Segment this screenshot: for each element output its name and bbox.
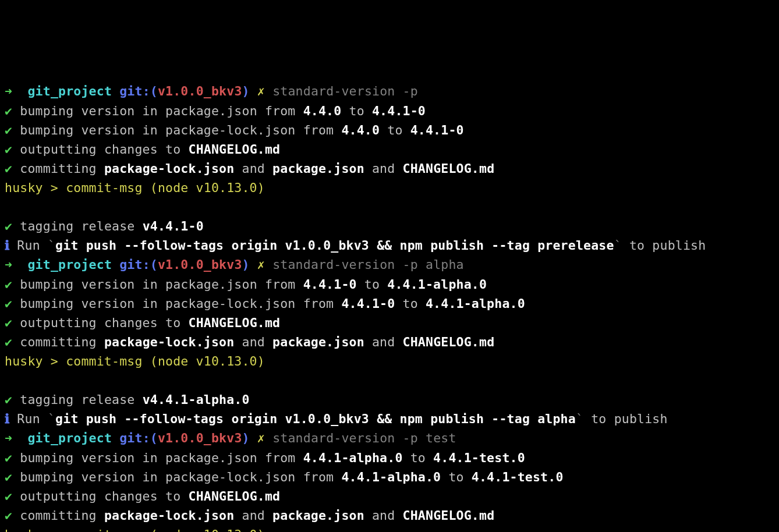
and-text: and (234, 161, 272, 176)
prompt-dir: git_project (27, 84, 112, 98)
to-publish-text: to publish (622, 238, 706, 253)
terminal-line: ✔ tagging release v4.4.1-alpha.0 (5, 390, 774, 409)
prompt-dirty-icon: ✗ (257, 431, 265, 445)
terminal-line: ➜ git_project git:(v1.0.0_bkv3) ✗ standa… (5, 428, 774, 448)
check-icon: ✔ (5, 277, 12, 292)
prompt-arrow-icon: ➜ (5, 84, 12, 98)
prompt-close-paren: ) (242, 431, 250, 445)
to-text: to (441, 470, 472, 484)
husky-hook: husky > commit-msg (node v10.13.0) (5, 354, 265, 368)
check-icon: ✔ (5, 451, 12, 465)
and-text: and (364, 335, 403, 349)
check-icon: ✔ (5, 219, 12, 233)
bump-lock-text: bumping version in package-lock.json fro… (20, 296, 341, 311)
to-text: to (341, 104, 372, 118)
prompt-git-label: git:( (119, 84, 158, 98)
terminal-line: ✔ committing package-lock.json and packa… (5, 332, 774, 352)
bump-pkg-text: bumping version in package.json from (20, 451, 303, 465)
check-icon: ✔ (5, 296, 12, 311)
prompt-branch: v1.0.0_bkv3 (158, 257, 242, 272)
check-icon: ✔ (5, 470, 12, 484)
terminal-line: ✔ outputting changes to CHANGELOG.md (5, 313, 774, 332)
prompt-arrow-icon: ➜ (5, 431, 12, 445)
file-pkg-lock: package-lock.json (104, 508, 234, 523)
command-input[interactable]: standard-version -p test (272, 431, 456, 445)
terminal-line: ✔ outputting changes to CHANGELOG.md (5, 487, 774, 506)
terminal-output[interactable]: ➜ git_project git:(v1.0.0_bkv3) ✗ standa… (5, 81, 774, 532)
terminal-line (5, 197, 774, 217)
husky-hook: husky > commit-msg (node v10.13.0) (5, 180, 265, 195)
terminal-line: husky > commit-msg (node v10.13.0) (5, 525, 774, 532)
terminal-line: ✔ bumping version in package-lock.json f… (5, 294, 774, 313)
prompt-git-label: git:( (119, 257, 158, 272)
output-text: outputting changes to (20, 315, 188, 330)
file-pkg-lock: package-lock.json (104, 335, 234, 349)
terminal-line: ✔ bumping version in package-lock.json f… (5, 467, 774, 487)
version-to: 4.4.1-test.0 (433, 451, 525, 465)
version-from: 4.4.1-alpha.0 (341, 470, 441, 484)
run-text: Run (17, 412, 48, 426)
to-text: to (380, 123, 410, 137)
terminal-line: ℹ Run `git push --follow-tags origin v1.… (5, 409, 774, 428)
changelog-file: CHANGELOG.md (188, 315, 280, 330)
prompt-dir: git_project (27, 431, 112, 445)
prompt-close-paren: ) (242, 257, 250, 272)
version-from: 4.4.0 (341, 123, 380, 137)
version-to: 4.4.1-0 (372, 104, 426, 118)
check-icon: ✔ (5, 315, 12, 330)
terminal-line: ✔ bumping version in package.json from 4… (5, 275, 774, 294)
and-text: and (234, 335, 272, 349)
info-icon: ℹ (5, 238, 9, 253)
changelog-file: CHANGELOG.md (188, 142, 280, 157)
bump-lock-text: bumping version in package-lock.json fro… (20, 123, 341, 137)
terminal-line: ✔ bumping version in package.json from 4… (5, 101, 774, 120)
file-pkg-json: package.json (272, 508, 364, 523)
husky-hook: husky > commit-msg (node v10.13.0) (5, 527, 265, 532)
and-text: and (364, 161, 403, 176)
bump-pkg-text: bumping version in package.json from (20, 104, 303, 118)
to-text: to (395, 296, 426, 311)
version-to: 4.4.1-alpha.0 (426, 296, 525, 311)
prompt-git-label: git:( (119, 431, 158, 445)
terminal-line (5, 371, 774, 390)
check-icon: ✔ (5, 508, 12, 523)
prompt-close-paren: ) (242, 84, 250, 98)
output-text: outputting changes to (20, 142, 188, 157)
version-from: 4.4.1-alpha.0 (303, 451, 403, 465)
prompt-dir: git_project (27, 257, 112, 272)
run-text: Run (17, 238, 48, 253)
terminal-line: husky > commit-msg (node v10.13.0) (5, 352, 774, 371)
check-icon: ✔ (5, 142, 12, 157)
commit-text: committing (20, 161, 104, 176)
prompt-arrow-icon: ➜ (5, 257, 12, 272)
and-text: and (364, 508, 403, 523)
check-icon: ✔ (5, 392, 12, 407)
check-icon: ✔ (5, 123, 12, 137)
terminal-line: ✔ committing package-lock.json and packa… (5, 506, 774, 525)
tagging-text: tagging release (20, 219, 142, 233)
terminal-line: ➜ git_project git:(v1.0.0_bkv3) ✗ standa… (5, 81, 774, 101)
check-icon: ✔ (5, 161, 12, 176)
to-text: to (403, 451, 434, 465)
backtick: ` (614, 238, 622, 253)
command-input[interactable]: standard-version -p alpha (272, 257, 464, 272)
info-icon: ℹ (5, 412, 9, 426)
prompt-dirty-icon: ✗ (257, 257, 265, 272)
terminal-line: ✔ tagging release v4.4.1-0 (5, 217, 774, 236)
terminal-line: ✔ bumping version in package.json from 4… (5, 448, 774, 467)
terminal-line: ✔ committing package-lock.json and packa… (5, 159, 774, 178)
output-text: outputting changes to (20, 489, 188, 503)
command-input[interactable]: standard-version -p (272, 84, 418, 98)
version-from: 4.4.0 (303, 104, 342, 118)
backtick: ` (576, 412, 583, 426)
release-tag: v4.4.1-0 (143, 219, 204, 233)
file-changelog: CHANGELOG.md (403, 335, 495, 349)
file-pkg-json: package.json (272, 335, 364, 349)
version-from: 4.4.1-0 (303, 277, 357, 292)
terminal-line: ➜ git_project git:(v1.0.0_bkv3) ✗ standa… (5, 255, 774, 274)
version-from: 4.4.1-0 (341, 296, 395, 311)
to-text: to (357, 277, 388, 292)
prompt-branch: v1.0.0_bkv3 (158, 431, 242, 445)
terminal-line: husky > commit-msg (node v10.13.0) (5, 178, 774, 197)
bump-pkg-text: bumping version in package.json from (20, 277, 303, 292)
